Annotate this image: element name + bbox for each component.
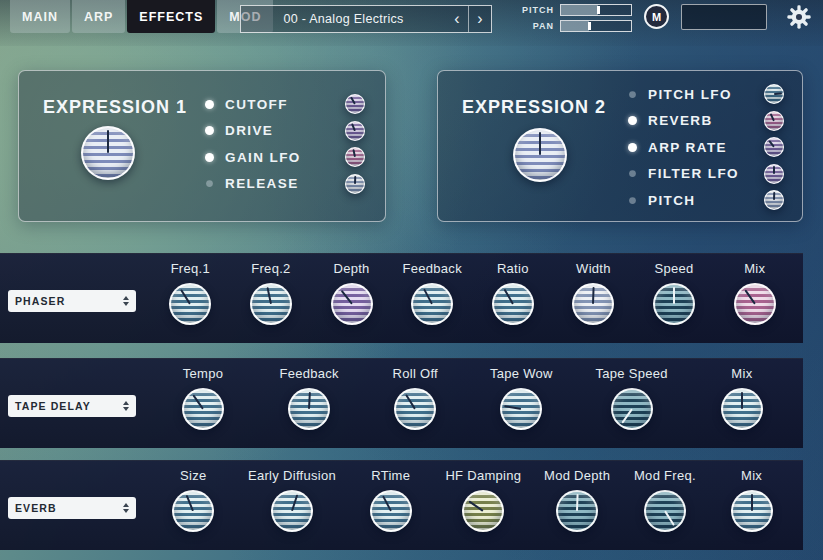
expression-2-title: EXPRESSION 2 — [462, 97, 606, 118]
knob-needle — [765, 191, 784, 210]
knob-needle — [723, 390, 761, 428]
knob-label: HF Damping — [445, 468, 521, 483]
everb-hf-damping-knob[interactable] — [462, 490, 504, 532]
phaser-freq2-knob[interactable] — [250, 283, 292, 325]
pan-slider[interactable] — [560, 20, 632, 32]
exp2-option-pitch[interactable]: PITCH — [628, 189, 784, 211]
expression-1-panel: EXPRESSION 1 CUTOFF DRIVE GAIN LFO RELEA… — [18, 70, 386, 222]
tapedelay-mix-knob[interactable] — [721, 388, 763, 430]
exp2-option-arp-rate[interactable]: ARP RATE — [628, 136, 784, 158]
exp1-option-release[interactable]: RELEASE — [205, 173, 365, 195]
preset-selector[interactable]: 00 - Analog Electrics ‹ › — [240, 5, 492, 33]
filter-lfo-mini-knob[interactable] — [764, 164, 784, 184]
preset-name: 00 - Analog Electrics — [241, 6, 446, 32]
radio-dot — [628, 143, 637, 152]
phaser-depth-knob[interactable] — [331, 283, 373, 325]
fx-cell: Early Diffusion — [248, 468, 336, 532]
pitch-slider[interactable] — [560, 4, 632, 16]
knob-label: Width — [576, 261, 611, 276]
drive-mini-knob[interactable] — [345, 121, 365, 141]
fx-cell: Feedback — [400, 261, 464, 325]
exp2-option-pitch-lfo[interactable]: PITCH LFO — [628, 83, 784, 105]
cutoff-mini-knob[interactable] — [345, 94, 365, 114]
phaser-feedback-knob[interactable] — [411, 283, 453, 325]
nav-tabs: MAIN ARP EFFECTS MOD — [10, 0, 273, 33]
knob-needle — [343, 92, 368, 117]
option-label: PITCH — [648, 193, 753, 208]
tapedelay-feedback-knob[interactable] — [288, 388, 330, 430]
tapedelay-tapespeed-knob[interactable] — [611, 388, 653, 430]
everb-mod-depth-knob[interactable] — [556, 490, 598, 532]
expression-1-knob[interactable] — [81, 126, 135, 180]
gain-lfo-mini-knob[interactable] — [345, 147, 365, 167]
everb-mod-freq-knob[interactable] — [644, 490, 686, 532]
slider-thumb[interactable] — [588, 22, 591, 30]
knob-needle — [406, 278, 457, 329]
knob-needle — [389, 383, 441, 435]
fx-cell: Mod Depth — [544, 468, 610, 532]
slider-fill — [561, 5, 598, 15]
knob-label: Roll Off — [392, 366, 438, 381]
everb-row: EVERB Size Early Diffusion RTime HF Damp… — [0, 460, 803, 550]
everb-early-diffusion-knob[interactable] — [271, 490, 313, 532]
selector-label: TAPE DELAY — [15, 400, 91, 412]
knob-needle — [344, 147, 365, 168]
reverb-mini-knob[interactable] — [764, 111, 784, 131]
knob-needle — [515, 130, 565, 180]
knob-needle — [164, 278, 216, 330]
tapedelay-tapewow-knob[interactable] — [500, 388, 542, 430]
selector-label: PHASER — [15, 295, 65, 307]
knob-needle — [346, 175, 365, 194]
phaser-width-knob[interactable] — [572, 283, 614, 325]
tapedelay-tempo-knob[interactable] — [182, 388, 224, 430]
radio-dot — [206, 181, 213, 188]
release-mini-knob[interactable] — [345, 174, 365, 194]
knob-label: Size — [180, 468, 207, 483]
phaser-speed-knob[interactable] — [653, 283, 695, 325]
mono-button[interactable]: M — [644, 4, 669, 29]
everb-effect-selector[interactable]: EVERB — [8, 497, 136, 519]
pitch-lfo-mini-knob[interactable] — [764, 84, 784, 104]
radio-dot — [629, 170, 636, 177]
preset-prev-button[interactable]: ‹ — [446, 6, 468, 32]
preset-next-button[interactable]: › — [468, 6, 491, 32]
tapedelay-rolloff-knob[interactable] — [394, 388, 436, 430]
exp1-option-drive[interactable]: DRIVE — [205, 120, 365, 142]
phaser-effect-selector[interactable]: PHASER — [8, 290, 136, 312]
tab-main[interactable]: MAIN — [10, 0, 70, 33]
slider-thumb[interactable] — [597, 6, 600, 14]
tab-effects-label: EFFECTS — [139, 10, 203, 24]
knob-needle — [169, 486, 218, 535]
exp1-option-gain-lfo[interactable]: GAIN LFO — [205, 146, 365, 168]
pitch-mini-knob[interactable] — [764, 190, 784, 210]
radio-dot — [629, 91, 636, 98]
everb-mix-knob[interactable] — [731, 490, 773, 532]
exp2-option-reverb[interactable]: REVERB — [628, 110, 784, 132]
settings-gear-icon[interactable] — [784, 2, 814, 32]
tab-arp-label: ARP — [84, 10, 113, 24]
arp-rate-mini-knob[interactable] — [764, 137, 784, 157]
fx-cell: HF Damping — [445, 468, 521, 532]
fx-cell: Size — [161, 468, 225, 532]
phaser-row: PHASER Freq.1 Freq.2 Depth Feedback Rati… — [0, 253, 803, 343]
expression-1-title: EXPRESSION 1 — [43, 97, 187, 118]
radio-dot — [628, 116, 637, 125]
knob-label: Mix — [744, 261, 765, 276]
knob-label: Tape Wow — [490, 366, 553, 381]
phaser-ratio-knob[interactable] — [492, 283, 534, 325]
exp1-option-cutoff[interactable]: CUTOFF — [205, 93, 365, 115]
knob-label: Tempo — [183, 366, 224, 381]
tape-delay-effect-selector[interactable]: TAPE DELAY — [8, 395, 136, 417]
fx-cell: Mix — [720, 468, 784, 532]
tab-effects[interactable]: EFFECTS — [127, 0, 215, 33]
expression-2-knob[interactable] — [513, 128, 567, 182]
everb-size-knob[interactable] — [172, 490, 214, 532]
tab-arp[interactable]: ARP — [72, 0, 125, 33]
pan-row: PAN — [518, 20, 632, 32]
phaser-mix-knob[interactable] — [734, 283, 776, 325]
phaser-freq1-knob[interactable] — [169, 283, 211, 325]
option-label: REVERB — [648, 113, 753, 128]
tab-main-label: MAIN — [22, 10, 58, 24]
everb-rtime-knob[interactable] — [370, 490, 412, 532]
exp2-option-filter-lfo[interactable]: FILTER LFO — [628, 163, 784, 185]
